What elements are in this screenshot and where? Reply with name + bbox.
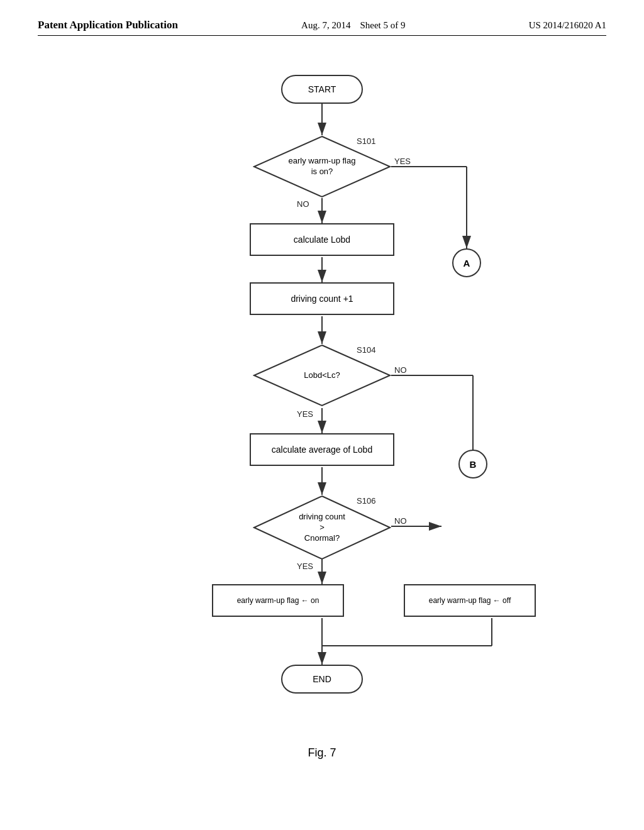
sheet: Sheet 5 of 9 [360,20,405,30]
s103-text: driving count +1 [291,294,353,304]
diamond2-label: Lobd<Lc? [278,370,366,381]
date-sheet: Aug. 7, 2014 Sheet 5 of 9 [301,20,405,31]
flowchart: START S101 early warm-up flagis on? YES … [102,61,542,740]
start-label: START [308,84,336,94]
s105-text: calculate average of Lobd [272,445,372,455]
process-s105: calculate average of Lobd [250,433,394,466]
page-header: Patent Application Publication Aug. 7, 2… [38,19,606,36]
diamond3-label: driving count>Cnormal? [275,512,369,544]
start-node: START [281,75,363,104]
d3-yes-label: YES [297,562,313,571]
diamond1: early warm-up flagis on? [253,135,391,198]
d2-no-label: NO [394,365,407,375]
process-s108: early warm-up flag ← off [404,584,536,617]
process-s102: calculate Lobd [250,223,394,256]
process-s103: driving count +1 [250,282,394,315]
end-node: END [281,665,363,694]
d1-no-label: NO [297,199,309,209]
date: Aug. 7, 2014 [301,20,350,30]
s102-text: calculate Lobd [294,235,350,245]
connector-b: B [458,450,487,479]
connector-a-label: A [464,258,470,268]
d1-yes-label: YES [394,157,411,166]
diamond2: Lobd<Lc? [253,344,391,407]
patent-number: US 2014/216020 A1 [529,20,606,31]
s107-text: early warm-up flag ← on [237,596,319,605]
s108-text: early warm-up flag ← off [429,596,511,605]
publication-label: Patent Application Publication [38,19,178,31]
d3-no-label: NO [394,516,407,526]
connector-a: A [452,248,481,277]
diamond3: driving count>Cnormal? [253,495,391,560]
diamond1-label: early warm-up flagis on? [278,156,366,177]
connector-b-label: B [470,459,477,470]
d2-yes-label: YES [297,409,313,419]
end-label: END [313,674,331,684]
page: Patent Application Publication Aug. 7, 2… [0,0,644,830]
process-s107: early warm-up flag ← on [212,584,344,617]
figure-label: Fig. 7 [38,746,606,760]
